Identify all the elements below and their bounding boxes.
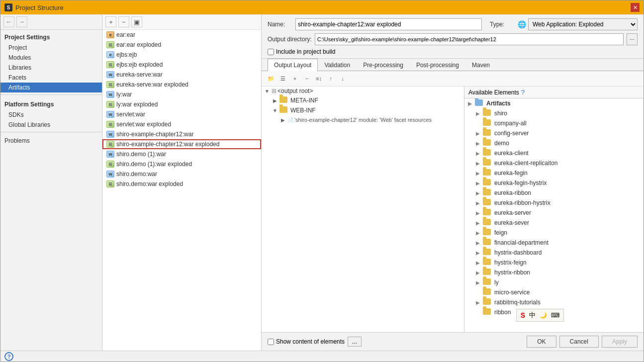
avail-item-financial-department[interactable]: ▶ financial-department [464,238,644,248]
folder-icon [279,106,287,114]
sidebar-item-libraries[interactable]: Libraries [0,63,102,73]
avail-item-shiro[interactable]: ▶ shiro [464,108,644,118]
sidebar-divider2 [0,132,102,132]
ellipsis-button[interactable]: ... [348,337,362,347]
artifact-item-shiro-demo-war-exploded[interactable]: ⊞ shiro.demo:war exploded [102,179,261,189]
name-row: Name: Type: 🌐 Web Application: Exploded [268,18,638,30]
tab-post-processing[interactable]: Post-processing [410,59,465,71]
avail-item-micro-service[interactable]: micro-service [464,287,644,297]
artifact-item-shiro-demo-1-war[interactable]: w shiro.demo (1):war [102,149,261,159]
artifact-item-shiro-demo-1-war-exploded[interactable]: ⊞ shiro.demo (1):war exploded [102,159,261,169]
sidebar: ← → Project Settings Project Modules Lib… [0,14,102,351]
sidebar-item-project[interactable]: Project [0,43,102,53]
sidebar-item-modules[interactable]: Modules [0,53,102,63]
tree-item-output-root[interactable]: ▼ ⊞ <output root> [262,87,464,95]
artifact-item-ly-war-exploded[interactable]: ⊞ ly:war exploded [102,99,261,109]
toolbar-folder-button[interactable]: 📁 [266,73,276,84]
sidebar-item-problems[interactable]: Problems [0,134,102,146]
avail-item-eureka-ribbon-hystrix[interactable]: ▶ eureka-ribbon-hystrix [464,198,644,208]
toolbar-list-button[interactable]: ☰ [277,73,288,84]
avail-item-eureka-fegin-hystrix[interactable]: ▶ eureka-fegin-hystrix [464,178,644,188]
tab-maven[interactable]: Maven [465,59,496,71]
avail-item-eureka-ribbon[interactable]: ▶ eureka-ribbon [464,188,644,198]
avail-item-label: hystrix-ribbon [494,269,530,276]
tree-item-shiro-module[interactable]: ▶ 📄 'shiro-example-chapter12' module: 'W… [262,115,464,124]
artifact-item-ear-ear-exploded[interactable]: ⊞ ear:ear exploded [102,40,261,50]
avail-item-label: hystrix-feign [494,259,527,266]
exploded-icon: ⊞ [106,161,114,168]
avail-item-hystrix-feign[interactable]: ▶ hystrix-feign [464,258,644,268]
show-content-checkbox[interactable] [268,339,274,345]
layout-content: ▼ ⊞ <output root> ▶ META-INF ▼ [262,87,644,332]
avail-item-hystrix-ribbon[interactable]: ▶ hystrix-ribbon [464,268,644,277]
avail-item-company-all[interactable]: company-all [464,118,644,128]
tab-pre-processing[interactable]: Pre-processing [357,59,410,71]
avail-item-label: feign [494,229,507,236]
toolbar-remove-button[interactable]: − [301,73,312,84]
nav-back-button[interactable]: ← [3,16,14,27]
output-dir-row: Output directory: ⋯ [268,33,638,45]
avail-item-hystrix-dashboard[interactable]: ▶ hystrix-dashboard [464,248,644,258]
folder-icon [279,96,287,104]
sidebar-item-artifacts[interactable]: Artifacts [0,83,102,92]
copy-artifact-button[interactable]: ▣ [131,16,142,27]
name-input[interactable] [295,18,482,30]
cancel-button[interactable]: Cancel [559,336,599,348]
artifact-item-shiro-war-exploded[interactable]: ⊞ shiro-example-chapter12:war exploded [102,139,261,149]
sidebar-item-facets[interactable]: Facets [0,73,102,83]
avail-item-eureka-fegin[interactable]: ▶ eureka-fegin [464,168,644,178]
artifact-item-shiro-war[interactable]: w shiro-example-chapter12:war [102,129,261,139]
artifact-item-eureka-serve-war-exploded[interactable]: ⊞ eureka-serve:war exploded [102,80,261,90]
artifact-label: eureka-serve:war exploded [116,81,188,88]
avail-item-label: eureka-ribbon-hystrix [494,199,551,206]
sidebar-item-global-libraries[interactable]: Global Libraries [0,120,102,130]
avail-item-eureka-client[interactable]: ▶ eureka-client [464,148,644,158]
apply-button[interactable]: Apply [602,336,638,348]
artifact-item-eureka-serve-war[interactable]: w eureka-serve:war [102,70,261,80]
artifact-item-servlet-war-exploded[interactable]: ⊞ servlet:war exploded [102,119,261,129]
add-artifact-button[interactable]: + [105,16,116,27]
avail-item-rabbitmq-tutorials[interactable]: ▶ rabbitmq-tutorials [464,297,644,307]
avail-item-eureka-sever[interactable]: ▶ eureka-sever [464,218,644,228]
artifact-item-ear-ear[interactable]: e ear:ear [102,30,261,40]
tree-item-web-inf[interactable]: ▼ WEB-INF [262,105,464,115]
avail-item-eureka-client-replicaiton[interactable]: ▶ eureka-client-replicaiton [464,158,644,168]
avail-item-feign[interactable]: ▶ feign [464,228,644,238]
artifact-item-shiro-demo-war[interactable]: w shiro.demo:war [102,169,261,179]
output-root-icon: ⊞ [272,88,276,94]
nav-forward-button[interactable]: → [16,16,27,27]
include-build-checkbox[interactable] [268,49,274,55]
toolbar-down-button[interactable]: ↓ [337,73,348,84]
toolbar-add-button[interactable]: + [289,73,300,84]
tab-validation[interactable]: Validation [318,59,357,71]
sidebar-item-sdks[interactable]: SDKs [0,110,102,120]
help-button[interactable]: ? [4,352,13,361]
tab-output-layout[interactable]: Output Layout [268,59,318,71]
artifact-item-servlet-war[interactable]: w servlet:war [102,109,261,119]
avail-item-label: company-all [494,120,527,127]
avail-item-config-server[interactable]: ▶ config-server [464,128,644,138]
type-select[interactable]: Web Application: Exploded [528,18,638,30]
remove-artifact-button[interactable]: − [118,16,129,27]
avail-item-eureka-server[interactable]: ▶ eureka-server [464,208,644,218]
tree-item-meta-inf[interactable]: ▶ META-INF [262,95,464,105]
avail-toggle: ▶ [474,220,481,226]
content-header: Name: Type: 🌐 Web Application: Exploded … [262,14,644,59]
output-dir-input[interactable] [315,33,624,45]
close-button[interactable]: ✕ [631,3,640,12]
toolbar-up-button[interactable]: ↑ [325,73,336,84]
artifact-item-ejbs-ejb[interactable]: e ejbs:ejb [102,50,261,60]
avail-toggle: ▶ [474,161,481,166]
browse-button[interactable]: ⋯ [627,33,638,45]
artifact-item-ly-war[interactable]: w ly:war [102,90,261,99]
avail-item-label: ly [494,279,499,286]
avail-item-artifacts[interactable]: ▶ Artifacts [464,98,644,108]
avail-item-ly[interactable]: ▶ ly [464,277,644,287]
artifact-item-ejbs-ejb-exploded[interactable]: ⊞ ejbs:ejb exploded [102,60,261,70]
ok-button[interactable]: OK [527,336,556,348]
folder-icon [483,229,491,237]
avail-toggle [474,290,481,295]
avail-item-demo[interactable]: ▶ demo [464,138,644,148]
toolbar-sort-button[interactable]: ≡↕ [313,73,324,84]
help-icon[interactable]: ? [521,89,525,96]
